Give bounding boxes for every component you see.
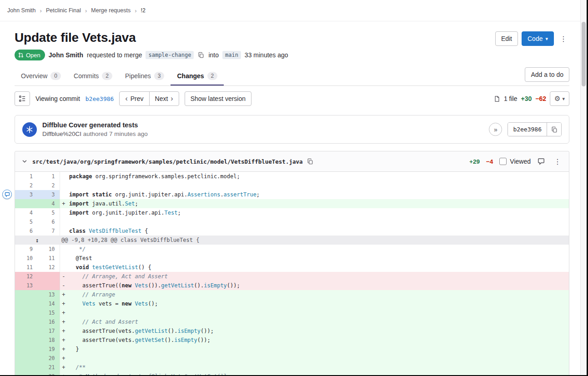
old-line-number[interactable] — [15, 372, 37, 375]
commit-sha[interactable]: b2ee3986 — [508, 123, 547, 136]
old-line-number[interactable] — [15, 363, 37, 372]
old-line-number[interactable]: 1 — [15, 172, 37, 181]
viewing-commit-label: Viewing commit — [35, 95, 80, 102]
comment-indicator-icon[interactable] — [2, 190, 12, 199]
collapse-file-button[interactable] — [20, 158, 29, 165]
old-line-number[interactable]: 6 — [15, 226, 37, 236]
new-line-number[interactable]: 12 — [37, 263, 60, 272]
new-line-number[interactable]: 20 — [37, 354, 60, 363]
viewing-commit-sha-link[interactable]: b2ee3986 — [85, 95, 114, 102]
file-comment-button[interactable] — [537, 158, 545, 165]
new-line-number[interactable]: 19 — [37, 345, 60, 354]
code-token: static — [92, 191, 112, 198]
new-line-number[interactable]: 5 — [37, 208, 60, 217]
new-line-number[interactable] — [37, 281, 60, 290]
diff-file-path[interactable]: src/test/java/org/springframework/sample… — [32, 158, 303, 165]
old-line-number[interactable]: 9 — [15, 245, 37, 254]
old-line-number[interactable] — [15, 290, 37, 299]
code-line: assertTrue(vets.getVetList().isEmpty()); — [67, 326, 569, 336]
copy-branch-button[interactable] — [197, 52, 205, 58]
old-line-number[interactable] — [15, 299, 37, 308]
new-line-number[interactable]: 18 — [37, 336, 60, 345]
diff-table-body: 11package org.springframework.samples.pe… — [15, 172, 569, 375]
old-line-number[interactable] — [15, 336, 37, 345]
old-line-number[interactable] — [15, 199, 37, 208]
new-line-number[interactable] — [37, 272, 60, 281]
diff-line-row: 13+ // Arrange — [15, 290, 569, 299]
app-window: John Smith › Petclinic Final › Merge req… — [0, 0, 587, 375]
commit-title[interactable]: Diffblue Cover generated tests — [42, 121, 483, 129]
diff-marker: + — [60, 336, 67, 345]
tab-changes[interactable]: Changes 2 — [171, 66, 224, 85]
old-line-number[interactable] — [15, 354, 37, 363]
kebab-icon: ⋮ — [560, 35, 567, 43]
breadcrumb-item-current[interactable]: !2 — [141, 7, 146, 14]
show-latest-version-button[interactable]: Show latest version — [185, 91, 251, 106]
old-line-number[interactable]: 12 — [15, 272, 37, 281]
mr-author[interactable]: John Smith — [49, 51, 83, 59]
old-line-number[interactable]: 5 — [15, 217, 37, 226]
new-line-number[interactable]: 6 — [37, 217, 60, 226]
copy-sha-button[interactable] — [547, 123, 561, 136]
new-line-number[interactable]: 14 — [37, 299, 60, 308]
code-button-label: Code — [528, 35, 543, 42]
new-line-number[interactable]: 13 — [37, 290, 60, 299]
new-line-number[interactable]: 16 — [37, 317, 60, 326]
tab-commits[interactable]: Commits 2 — [67, 66, 119, 85]
new-line-number[interactable]: 1 — [37, 172, 60, 181]
breadcrumb-item[interactable]: John Smith — [7, 7, 36, 14]
code-token: isEmpty — [204, 282, 227, 289]
more-actions-button[interactable]: ⋮ — [558, 31, 569, 46]
new-line-number[interactable]: 10 — [37, 245, 60, 254]
old-line-number[interactable] — [15, 317, 37, 326]
tab-overview[interactable]: Overview 0 — [15, 66, 67, 85]
new-line-number[interactable]: 3 — [37, 190, 60, 199]
diff-settings-button[interactable]: ⚙ ▾ — [550, 91, 569, 106]
new-line-number[interactable]: 21 — [37, 363, 60, 372]
total-additions: +30 — [521, 95, 532, 102]
scrollbar-thumb[interactable] — [582, 22, 586, 86]
code-dropdown-button[interactable]: Code ▾ — [522, 31, 554, 46]
vertical-scrollbar[interactable] — [580, 0, 587, 375]
breadcrumb-item[interactable]: Petclinic Final — [46, 7, 81, 14]
edit-button[interactable]: Edit — [495, 31, 518, 46]
expand-lines-button[interactable]: ↕ — [15, 236, 60, 245]
expand-commit-button[interactable]: » — [489, 123, 502, 136]
copy-file-path-button[interactable] — [307, 158, 314, 165]
commit-author[interactable]: Diffblue%20CI — [42, 130, 81, 137]
breadcrumb-item[interactable]: Merge requests — [91, 7, 131, 14]
new-line-number[interactable]: 4 — [37, 199, 60, 208]
old-line-number[interactable]: 11 — [15, 263, 37, 272]
old-line-number[interactable]: 10 — [15, 254, 37, 263]
next-commit-button[interactable]: Next › — [149, 91, 179, 106]
diff-header-right: +29 −4 Viewed ⋮ — [469, 156, 563, 167]
code-token: ()); — [227, 282, 240, 289]
new-line-number[interactable]: 7 — [37, 226, 60, 236]
prev-commit-button[interactable]: ‹ Prev — [119, 91, 149, 106]
target-branch-ref[interactable]: main — [222, 51, 241, 59]
code-token: org.junit.jupiter.api. — [89, 210, 164, 216]
add-todo-button[interactable]: Add a to do — [525, 67, 569, 82]
tab-pipelines[interactable]: Pipelines 3 — [119, 66, 171, 85]
old-line-number[interactable]: 13 — [15, 281, 37, 290]
new-line-number[interactable]: 22 — [37, 372, 60, 375]
main-container: Update file Vets.java Edit Code ▾ ⋮ — [0, 30, 580, 375]
old-line-number[interactable]: 4 — [15, 208, 37, 217]
file-browser-toggle-button[interactable] — [15, 91, 30, 106]
old-line-number[interactable] — [15, 345, 37, 354]
old-line-number[interactable] — [15, 326, 37, 336]
code-token: // Arrange, Act and Assert — [69, 273, 168, 280]
diff-line-row: 56 — [15, 217, 569, 226]
code-token: ; — [135, 201, 138, 207]
mr-time-ago: 33 minutes ago — [245, 51, 288, 59]
new-line-number[interactable]: 11 — [37, 254, 60, 263]
file-options-button[interactable]: ⋮ — [552, 156, 563, 167]
old-line-number[interactable]: 2 — [15, 181, 37, 190]
new-line-number[interactable]: 15 — [37, 308, 60, 317]
new-line-number[interactable]: 17 — [37, 326, 60, 336]
old-line-number[interactable] — [15, 308, 37, 317]
viewed-checkbox[interactable] — [499, 158, 507, 165]
source-branch-ref[interactable]: sample-change — [146, 51, 194, 59]
new-line-number[interactable]: 2 — [37, 181, 60, 190]
old-line-number[interactable]: 3 — [15, 190, 37, 199]
